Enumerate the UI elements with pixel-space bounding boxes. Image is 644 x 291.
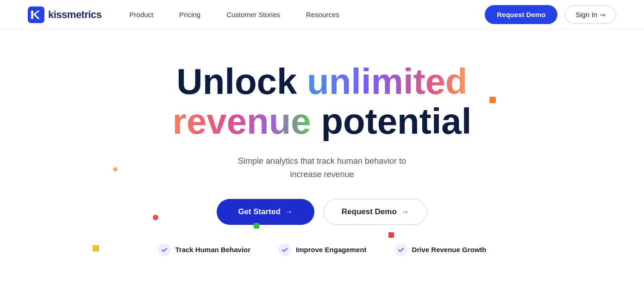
hero-subtitle: Simple analytics that track human behavi… <box>238 155 406 181</box>
hero-title-revenue: revenue <box>173 101 311 142</box>
deco-orange-square-top <box>489 97 496 103</box>
get-started-label: Get Started <box>238 207 281 217</box>
hero-title: Unlock unlimited revenue potential <box>173 62 472 142</box>
feature-label-track: Track Human Behavior <box>175 246 251 254</box>
check-icon-engage <box>278 243 291 256</box>
nav-sign-in-button[interactable]: Sign In ⇒ <box>565 6 616 24</box>
kissmetrics-logo-icon <box>28 6 44 23</box>
nav-customer-stories[interactable]: Customer Stories <box>226 11 306 19</box>
logo-text: kissmetrics <box>48 9 102 21</box>
hero-request-demo-button[interactable]: Request Demo → <box>324 199 427 225</box>
navbar: kissmetrics Product Pricing Customer Sto… <box>0 0 644 30</box>
sign-in-arrow-icon: ⇒ <box>600 11 606 19</box>
logo-link[interactable]: kissmetrics <box>28 6 102 23</box>
check-icon-revenue <box>394 243 407 256</box>
feature-label-engage: Improve Engagement <box>296 246 367 254</box>
feature-revenue: Drive Revenue Growth <box>394 243 487 256</box>
features-row: Track Human Behavior Improve Engagement … <box>158 243 487 266</box>
nav-right: Request Demo Sign In ⇒ <box>485 5 616 24</box>
hero-title-unlimited: unlimited <box>307 61 468 102</box>
checkmark-svg-3 <box>398 247 404 253</box>
hero-buttons: Get Started → Request Demo → <box>217 199 427 225</box>
checkmark-svg <box>161 247 168 253</box>
hero-demo-label: Request Demo <box>342 207 397 217</box>
svg-rect-0 <box>28 6 44 23</box>
deco-red-square <box>388 232 394 238</box>
hero-demo-arrow-icon: → <box>401 207 409 217</box>
checkmark-svg-2 <box>281 247 288 253</box>
sign-in-label: Sign In <box>575 11 597 19</box>
nav-request-demo-button[interactable]: Request Demo <box>485 5 557 24</box>
hero-section: ✦ Unlock unlimited revenue potential Sim… <box>0 30 644 289</box>
get-started-button[interactable]: Get Started → <box>217 199 314 225</box>
deco-orange-star: ✦ <box>111 164 119 176</box>
deco-green-square <box>254 223 259 229</box>
get-started-arrow-icon: → <box>285 207 293 217</box>
feature-track: Track Human Behavior <box>158 243 251 256</box>
nav-links: Product Pricing Customer Stories Resourc… <box>130 11 485 19</box>
nav-resources[interactable]: Resources <box>306 11 365 19</box>
nav-pricing[interactable]: Pricing <box>179 11 226 19</box>
deco-yellow-square <box>93 245 99 252</box>
feature-engage: Improve Engagement <box>278 243 367 256</box>
hero-subtitle-line1: Simple analytics that track human behavi… <box>238 156 406 166</box>
check-icon-track <box>158 243 171 256</box>
nav-product[interactable]: Product <box>130 11 180 19</box>
hero-subtitle-line2: increase revenue <box>290 170 354 179</box>
hero-title-potential: potential <box>311 101 472 142</box>
hero-title-unlock: Unlock <box>176 61 307 102</box>
svg-rect-2 <box>31 11 33 14</box>
feature-label-revenue: Drive Revenue Growth <box>412 246 487 254</box>
deco-red-dot <box>153 215 158 220</box>
